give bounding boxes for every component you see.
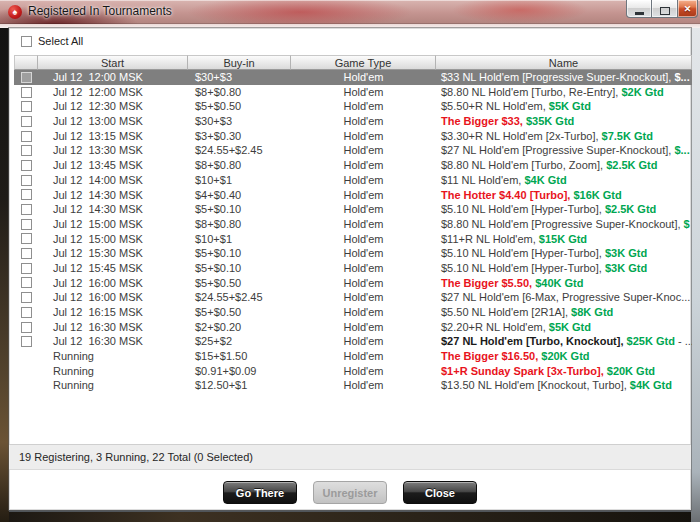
table-row[interactable]: Jul 12 12:30 MSK$5+$0.50Hold'em$5.50+R N… bbox=[14, 99, 692, 114]
table-row[interactable]: Jul 12 16:15 MSK$5+$0.50Hold'em$5.50 NL … bbox=[14, 305, 692, 320]
row-checkbox[interactable] bbox=[21, 219, 32, 230]
row-checkbox[interactable] bbox=[21, 72, 32, 83]
name-segment: $11+R NL Hold'em, bbox=[441, 233, 539, 245]
cell-game: Hold'em bbox=[291, 173, 436, 188]
row-checkbox[interactable] bbox=[21, 160, 32, 171]
cell-game: Hold'em bbox=[291, 129, 436, 144]
name-segment: $2.5K Gtd bbox=[606, 159, 657, 171]
cell-start: Jul 12 15:00 MSK bbox=[38, 217, 188, 232]
table-row[interactable]: Jul 12 16:30 MSK$2+$0.20Hold'em$2.20+R N… bbox=[14, 320, 692, 335]
cell-checkbox bbox=[14, 129, 38, 144]
cell-name: $5.50 NL Hold'em [2R1A], $8K Gtd bbox=[436, 305, 692, 320]
row-checkbox[interactable] bbox=[21, 101, 32, 112]
row-checkbox[interactable] bbox=[21, 131, 32, 142]
close-window-button[interactable]: ✕ bbox=[678, 0, 698, 18]
table-row[interactable]: Jul 12 15:30 MSK$5+$0.10Hold'em$5.10 NL … bbox=[14, 246, 692, 261]
table-row[interactable]: Running$0.91+$0.09Hold'em$1+R Sunday Spa… bbox=[14, 364, 692, 379]
row-checkbox[interactable] bbox=[21, 116, 32, 127]
table-row[interactable]: Jul 12 14:30 MSK$4+$0.40Hold'emThe Hotte… bbox=[14, 188, 692, 203]
name-segment: $... bbox=[674, 144, 689, 156]
minimize-button[interactable] bbox=[626, 0, 652, 18]
row-checkbox[interactable] bbox=[21, 87, 32, 98]
cell-game: Hold'em bbox=[291, 334, 436, 349]
row-checkbox[interactable] bbox=[21, 248, 32, 259]
table-row[interactable]: Running$12.50+$1Hold'em$13.50 NL Hold'em… bbox=[14, 378, 692, 393]
cell-checkbox bbox=[14, 305, 38, 320]
table-row[interactable]: Jul 12 13:30 MSK$24.55+$2.45Hold'em$27 N… bbox=[14, 143, 692, 158]
table-row[interactable]: Jul 12 16:00 MSK$24.55+$2.45Hold'em$27 N… bbox=[14, 290, 692, 305]
table-row[interactable]: Jul 12 15:00 MSK$8+$0.80Hold'em$8.80 NL … bbox=[14, 217, 692, 232]
cell-buyin: $5+$0.10 bbox=[188, 246, 291, 261]
select-all[interactable]: Select All bbox=[21, 34, 83, 48]
row-checkbox[interactable] bbox=[21, 277, 32, 288]
row-checkbox[interactable] bbox=[21, 204, 32, 215]
table-row[interactable]: Jul 12 16:30 MSK$25+$2Hold'em$27 NL Hold… bbox=[14, 334, 692, 349]
close-button[interactable]: Close bbox=[403, 481, 477, 504]
cell-checkbox bbox=[14, 173, 38, 188]
cell-name: $2.20+R NL Hold'em, $5K Gtd bbox=[436, 320, 692, 335]
table-row[interactable]: Jul 12 12:00 MSK$30+$3Hold'em$33 NL Hold… bbox=[14, 70, 692, 85]
row-checkbox[interactable] bbox=[21, 175, 32, 186]
row-checkbox[interactable] bbox=[21, 263, 32, 274]
maximize-icon bbox=[660, 7, 670, 15]
row-checkbox[interactable] bbox=[21, 336, 32, 347]
table-row[interactable]: Jul 12 15:00 MSK$10+$1Hold'em$11+R NL Ho… bbox=[14, 232, 692, 247]
table-row[interactable]: Jul 12 14:00 MSK$10+$1Hold'em$11 NL Hold… bbox=[14, 173, 692, 188]
cell-name: $5.50+R NL Hold'em, $5K Gtd bbox=[436, 99, 692, 114]
column-header-name[interactable]: Name bbox=[436, 55, 692, 70]
column-header-buy-in[interactable]: Buy-in bbox=[188, 55, 291, 70]
row-checkbox[interactable] bbox=[21, 292, 32, 303]
cell-name: $11 NL Hold'em, $4K Gtd bbox=[436, 173, 692, 188]
column-header-start[interactable]: Start bbox=[38, 55, 188, 70]
cell-start: Jul 12 16:00 MSK bbox=[38, 290, 188, 305]
table-row[interactable]: Jul 12 16:00 MSK$5+$0.50Hold'emThe Bigge… bbox=[14, 276, 692, 291]
cell-buyin: $25+$2 bbox=[188, 334, 291, 349]
cell-buyin: $24.55+$2.45 bbox=[188, 290, 291, 305]
row-checkbox[interactable] bbox=[21, 233, 32, 244]
cell-game: Hold'em bbox=[291, 246, 436, 261]
cell-buyin: $0.91+$0.09 bbox=[188, 364, 291, 379]
name-segment: $1+R Sunday Spark [3x-Turbo], bbox=[441, 365, 607, 377]
column-header-game-type[interactable]: Game Type bbox=[291, 55, 436, 70]
table-row[interactable]: Running$15+$1.50Hold'emThe Bigger $16.50… bbox=[14, 349, 692, 364]
name-segment: $3K Gtd bbox=[605, 247, 647, 259]
name-segment: $3K Gtd bbox=[605, 262, 647, 274]
name-segment: $4K Gtd bbox=[524, 174, 566, 186]
name-segment: $5.50 NL Hold'em [2R1A], bbox=[441, 306, 571, 318]
table-row[interactable]: Jul 12 15:45 MSK$5+$0.10Hold'em$5.10 NL … bbox=[14, 261, 692, 276]
name-segment: $20K Gtd bbox=[541, 350, 589, 362]
name-segment: $13.50 NL Hold'em [Knockout, Turbo], bbox=[441, 379, 630, 391]
cell-game: Hold'em bbox=[291, 99, 436, 114]
table-row[interactable]: Jul 12 13:15 MSK$3+$0.30Hold'em$3.30+R N… bbox=[14, 129, 692, 144]
cell-name: $5.10 NL Hold'em [Hyper-Turbo], $3K Gtd bbox=[436, 261, 692, 276]
name-segment: $27 NL Hold'em [Turbo, Knockout], bbox=[441, 335, 627, 347]
name-segment: $5.50+R NL Hold'em, bbox=[441, 100, 549, 112]
table-row[interactable]: Jul 12 13:00 MSK$30+$3Hold'emThe Bigger … bbox=[14, 114, 692, 129]
cell-name: The Hotter $4.40 [Turbo], $16K Gtd bbox=[436, 188, 692, 203]
cell-buyin: $8+$0.80 bbox=[188, 85, 291, 100]
name-segment: $... bbox=[674, 71, 689, 83]
go-there-button[interactable]: Go There bbox=[223, 481, 297, 504]
maximize-button[interactable] bbox=[652, 0, 678, 18]
window-frame-bottom-edge bbox=[9, 510, 691, 512]
row-checkbox[interactable] bbox=[21, 307, 32, 318]
table-row[interactable]: Jul 12 12:00 MSK$8+$0.80Hold'em$8.80 NL … bbox=[14, 85, 692, 100]
column-header-checkbox[interactable] bbox=[14, 55, 38, 70]
select-all-checkbox[interactable] bbox=[21, 36, 32, 47]
name-segment: $5K Gtd bbox=[549, 321, 591, 333]
cell-buyin: $30+$3 bbox=[188, 70, 291, 85]
cell-buyin: $5+$0.50 bbox=[188, 305, 291, 320]
cell-checkbox bbox=[14, 202, 38, 217]
cell-checkbox bbox=[14, 217, 38, 232]
row-checkbox[interactable] bbox=[21, 189, 32, 200]
name-segment: $8K Gtd bbox=[571, 306, 613, 318]
row-checkbox[interactable] bbox=[21, 322, 32, 333]
cell-checkbox bbox=[14, 334, 38, 349]
name-segment: $33 NL Hold'em [Progressive Super-Knocko… bbox=[441, 71, 674, 83]
cell-start: Jul 12 15:30 MSK bbox=[38, 246, 188, 261]
cell-start: Jul 12 15:00 MSK bbox=[38, 232, 188, 247]
row-checkbox[interactable] bbox=[21, 145, 32, 156]
table-row[interactable]: Jul 12 13:45 MSK$8+$0.80Hold'em$8.80 NL … bbox=[14, 158, 692, 173]
table-row[interactable]: Jul 12 14:30 MSK$5+$0.10Hold'em$5.10 NL … bbox=[14, 202, 692, 217]
window-titlebar[interactable]: ♠ Registered In Tournaments ✕ bbox=[0, 0, 700, 24]
